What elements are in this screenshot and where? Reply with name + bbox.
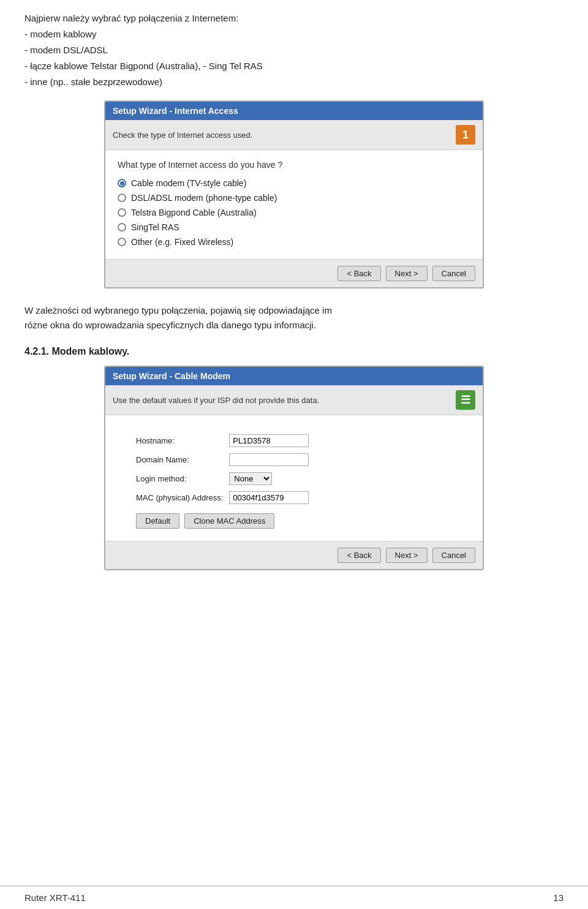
clone-mac-button[interactable]: Clone MAC Address [184,513,274,529]
intro-line4: - łącze kablowe Telstar Bigpond (Austral… [24,59,564,74]
radio-option[interactable]: Telstra Bigpond Cable (Australia) [118,208,470,217]
wizard2-form-table: Hostname:Domain Name:Login method:NonePP… [136,431,315,507]
field-input[interactable] [229,431,315,450]
form-row: Hostname: [136,431,315,450]
radio-option[interactable]: DSL/ADSL modem (phone-type cable) [118,193,470,203]
wizard2-step-badge: ☰ [456,390,475,410]
login-method-select[interactable]: NonePPPoEOther [229,472,272,485]
page-footer: Ruter XRT-411 13 [0,886,588,909]
wizard1-radio-group: Cable modem (TV-style cable)DSL/ADSL mod… [118,178,470,247]
footer-title: Ruter XRT-411 [24,892,86,903]
wizard2-step-bar: Use the default values if your ISP did n… [105,385,483,415]
radio-option[interactable]: Other (e.g. Fixed Wireless) [118,237,470,247]
footer-page: 13 [553,892,564,903]
radio-circle-icon [118,223,126,232]
form-row: MAC (physical) Address: [136,488,315,507]
wizard2-header: Setup Wizard - Cable Modem [105,367,483,385]
wizard2-step-text: Use the default values if your ISP did n… [113,396,319,405]
clone-row: Default Clone MAC Address [136,513,470,529]
field-input[interactable] [229,450,315,469]
wizard2-body: Hostname:Domain Name:Login method:NonePP… [105,415,483,541]
radio-label: SingTel RAS [131,222,179,232]
wizard2-back-button[interactable]: < Back [337,548,380,563]
form-row: Domain Name: [136,450,315,469]
text-input-3[interactable] [229,491,309,504]
wizard-cable-modem: Setup Wizard - Cable Modem Use the defau… [104,366,484,570]
field-label: Login method: [136,469,229,488]
radio-circle-icon [118,208,126,217]
radio-label: Telstra Bigpond Cable (Australia) [131,208,257,217]
wizard1-step-bar: Check the type of Internet access used. … [105,120,483,150]
field-label: Domain Name: [136,450,229,469]
text-input-1[interactable] [229,453,309,466]
wizard-internet-access: Setup Wizard - Internet Access Check the… [104,100,484,289]
wizard1-step-badge: 1 [456,125,475,145]
field-input[interactable] [229,488,315,507]
middle-line2: różne okna do wprowadzania specyficznych… [24,318,564,333]
section-title: 4.2.1. Modem kablowy. [24,346,564,357]
intro-text: Najpierw należy wybrać typ połączenia z … [24,11,564,89]
default-button[interactable]: Default [136,513,179,529]
intro-line5: - inne (np.. stałe bezprzewodowe) [24,75,564,89]
radio-circle-icon [118,179,126,187]
wizard2-cancel-button[interactable]: Cancel [432,548,475,563]
wizard1-step-text: Check the type of Internet access used. [113,130,252,140]
field-input[interactable]: NonePPPoEOther [229,469,315,488]
middle-text: W zależności od wybranego typu połączeni… [24,303,564,333]
wizard1-body: What type of Internet access do you have… [105,150,483,259]
radio-circle-icon [118,194,126,202]
wizard1-question: What type of Internet access do you have… [118,160,470,170]
radio-circle-icon [118,238,126,246]
intro-line2: - modem kablowy [24,27,564,42]
radio-label: DSL/ADSL modem (phone-type cable) [131,193,277,203]
form-row: Login method:NonePPPoEOther [136,469,315,488]
radio-option[interactable]: Cable modem (TV-style cable) [118,178,470,188]
wizard2-next-button[interactable]: Next > [386,548,428,563]
intro-line1: Najpierw należy wybrać typ połączenia z … [24,11,564,26]
field-label: MAC (physical) Address: [136,488,229,507]
intro-line3: - modem DSL/ADSL [24,43,564,58]
field-label: Hostname: [136,431,229,450]
middle-line1: W zależności od wybranego typu połączeni… [24,303,564,318]
radio-label: Cable modem (TV-style cable) [131,178,246,188]
radio-option[interactable]: SingTel RAS [118,222,470,232]
wizard1-header: Setup Wizard - Internet Access [105,102,483,120]
wizard1-back-button[interactable]: < Back [337,266,380,281]
text-input-0[interactable] [229,434,309,447]
wizard2-footer: < Back Next > Cancel [105,541,483,569]
wizard1-cancel-button[interactable]: Cancel [432,266,475,281]
wizard1-footer: < Back Next > Cancel [105,259,483,287]
wizard1-next-button[interactable]: Next > [386,266,428,281]
radio-label: Other (e.g. Fixed Wireless) [131,237,233,247]
